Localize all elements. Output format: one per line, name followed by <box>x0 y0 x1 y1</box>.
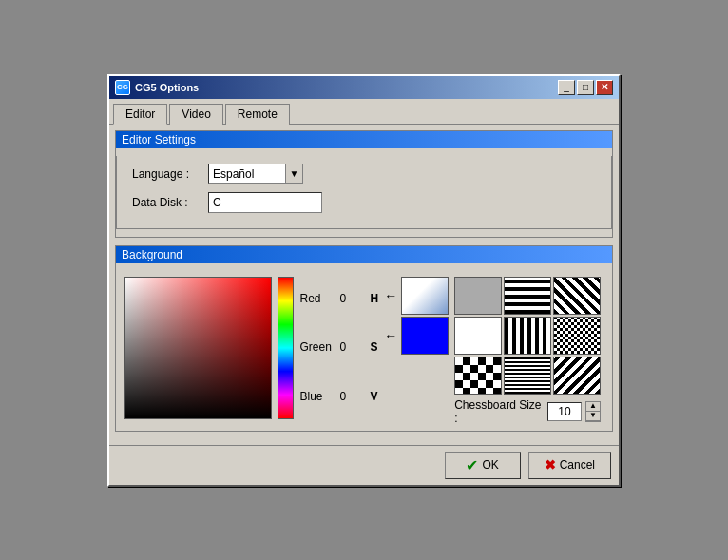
color-picker-canvas[interactable] <box>124 277 272 419</box>
green-row: Green 0 S <box>299 340 378 354</box>
color-preview-bottom <box>401 317 449 355</box>
chessboard-input[interactable] <box>547 402 582 421</box>
arrow-icon-1: ← <box>384 288 397 303</box>
title-bar: CG CG5 Options _ □ ✕ <box>109 76 619 99</box>
cancel-button[interactable]: ✖ Cancel <box>528 452 611 479</box>
main-window: CG CG5 Options _ □ ✕ Editor Video Remote… <box>107 74 621 487</box>
color-gradient <box>125 278 271 418</box>
background-section: Background Red 0 H Green <box>115 245 613 432</box>
cancel-icon: ✖ <box>545 457 556 473</box>
s-label: S <box>370 340 377 354</box>
red-row: Red 0 H <box>299 292 378 305</box>
color-preview-area: ← ← <box>384 277 449 355</box>
data-disk-label: Data Disk : <box>132 196 208 209</box>
tab-video[interactable]: Video <box>169 104 222 125</box>
blue-label: Blue <box>299 390 335 403</box>
pattern-area: Chessboard Size : ▲ ▼ <box>454 277 604 425</box>
blue-preview-row: ← <box>384 317 449 355</box>
pattern-hstripes[interactable] <box>504 277 551 315</box>
pattern-checker[interactable] <box>454 357 502 395</box>
pattern-dense[interactable] <box>504 357 551 395</box>
h-label: H <box>370 292 378 305</box>
chessboard-label: Chessboard Size : <box>454 398 544 425</box>
tab-editor[interactable]: Editor <box>113 104 167 125</box>
chessboard-spinner: ▲ ▼ <box>585 401 601 422</box>
data-disk-input[interactable] <box>208 192 322 213</box>
tab-remote[interactable]: Remote <box>225 104 290 125</box>
green-label: Green <box>299 340 335 354</box>
gray-preview-row: ← <box>384 277 449 315</box>
spinner-up-btn[interactable]: ▲ <box>586 402 600 412</box>
color-preview-top <box>401 277 449 315</box>
pattern-dstripes[interactable] <box>553 277 601 315</box>
pattern-white[interactable] <box>454 317 502 355</box>
pattern-gray[interactable] <box>454 277 502 315</box>
red-label: Red <box>299 292 335 305</box>
language-dropdown-btn[interactable]: ▼ <box>285 164 302 183</box>
blue-value: 0 <box>339 390 366 403</box>
app-icon: CG <box>115 80 130 95</box>
pattern-vstripes[interactable] <box>504 317 551 355</box>
pattern-dstripes2[interactable] <box>553 357 601 395</box>
pattern-cross[interactable] <box>553 317 601 355</box>
ok-label: OK <box>482 458 498 472</box>
editor-settings-header: Editor Settings <box>116 131 612 148</box>
language-combo[interactable]: Español ▼ <box>208 164 303 184</box>
maximize-button[interactable]: □ <box>577 80 594 95</box>
spinner-down-btn[interactable]: ▼ <box>586 412 600 421</box>
blue-row: Blue 0 V <box>299 390 378 403</box>
arrow-icon-2: ← <box>384 328 397 343</box>
footer: ✔ OK ✖ Cancel <box>109 445 619 485</box>
chessboard-size-row: Chessboard Size : ▲ ▼ <box>454 398 604 425</box>
title-controls: _ □ ✕ <box>558 80 613 95</box>
pattern-grid <box>454 277 604 395</box>
editor-settings-body: Language : Español ▼ Data Disk : <box>116 156 612 229</box>
color-values: Red 0 H Green 0 S Blue 0 V <box>299 277 378 419</box>
background-body: Red 0 H Green 0 S Blue 0 V <box>116 271 612 431</box>
green-value: 0 <box>339 340 366 354</box>
cancel-label: Cancel <box>560 458 595 472</box>
title-bar-left: CG CG5 Options <box>115 80 199 95</box>
hue-bar[interactable] <box>278 277 295 419</box>
ok-button[interactable]: ✔ OK <box>445 452 521 479</box>
editor-settings-section: Editor Settings Language : Español ▼ Dat… <box>115 130 613 238</box>
window-title: CG5 Options <box>135 82 199 93</box>
language-row: Language : Español ▼ <box>125 164 603 184</box>
tabs-bar: Editor Video Remote <box>109 99 619 125</box>
data-disk-row: Data Disk : <box>125 192 603 213</box>
background-header: Background <box>116 246 612 263</box>
minimize-button[interactable]: _ <box>558 80 575 95</box>
red-value: 0 <box>339 292 366 305</box>
language-label: Language : <box>132 167 208 181</box>
close-button[interactable]: ✕ <box>596 80 613 95</box>
v-label: V <box>370 390 377 403</box>
language-value: Español <box>209 165 285 183</box>
content-area: Editor Settings Language : Español ▼ Dat… <box>109 125 619 445</box>
ok-icon: ✔ <box>466 456 478 474</box>
